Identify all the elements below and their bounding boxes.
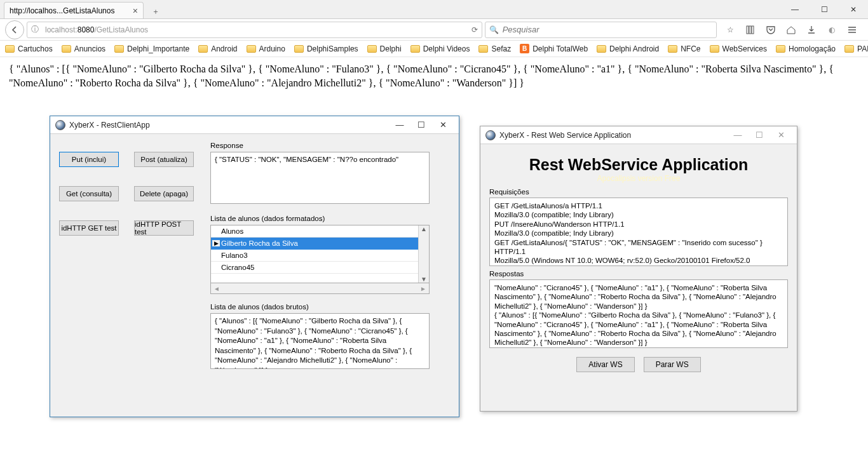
bookmark-label: Delphi_Importante [127, 44, 189, 53]
bookmark-label: PAF-ECF [857, 44, 868, 53]
url-host-prefix: localhost: [45, 25, 78, 34]
maximize-icon[interactable]: ☐ [749, 126, 770, 144]
server-title: XyberX - Rest Web Service Application [499, 131, 723, 140]
get-button[interactable]: Get (consulta) [59, 186, 119, 201]
browser-search-input[interactable] [501, 24, 712, 35]
site-info-icon[interactable]: ⓘ [31, 24, 43, 35]
bookmark-label: Delphi [380, 44, 402, 53]
downloads-icon[interactable] [806, 24, 817, 36]
delete-button[interactable]: Delete (apaga) [134, 186, 194, 201]
bookmark-item[interactable]: BDelphi TotalWeb [520, 44, 588, 53]
scrollbar-vertical[interactable]: ▲▼ [418, 225, 429, 283]
browser-tab[interactable]: http://localhos...GetListaAlunos × [4, 2, 144, 18]
close-icon[interactable]: × [133, 6, 138, 16]
app-icon [485, 130, 496, 140]
minimize-icon[interactable]: — [389, 116, 410, 134]
folder-icon [844, 45, 854, 53]
client-app-window: XyberX - RestClientApp — ☐ ✕ Put (inclui… [50, 116, 459, 417]
grid-header: Alunos [211, 225, 418, 238]
bookmark-item[interactable]: Arduino [247, 44, 285, 53]
reload-icon[interactable]: ⟳ [471, 25, 478, 34]
bookmark-label: Anuncios [74, 44, 105, 53]
close-icon[interactable]: ✕ [770, 126, 792, 144]
response-label: Response [210, 142, 450, 149]
bookmark-star-icon[interactable]: ☆ [724, 24, 736, 36]
minimize-icon[interactable]: — [727, 126, 749, 144]
bookmark-item[interactable]: Cartuchos [5, 44, 53, 53]
bookmark-item[interactable]: Delphi [367, 44, 402, 53]
alunos-grid[interactable]: AlunosGilberto Rocha da SilvaFulano3Cicr… [210, 225, 430, 283]
bookmark-label: Android [211, 44, 237, 53]
url-bar[interactable]: ⓘ localhost:8080/GetListaAlunos ⟳ [27, 22, 482, 38]
client-title: XyberX - RestClientApp [69, 121, 385, 130]
bookmark-item[interactable]: Android [198, 44, 237, 53]
browser-window-controls: — ☐ ✕ [780, 0, 868, 19]
put-button[interactable]: Put (inclui) [59, 152, 119, 167]
bookmark-label: Delphi Android [609, 44, 659, 53]
bookmark-item[interactable]: Anuncios [62, 44, 105, 53]
idhttp-post-button[interactable]: idHTTP POST test [134, 220, 194, 236]
folder-icon [776, 45, 785, 53]
maximize-icon[interactable]: ☐ [810, 0, 839, 19]
library-icon[interactable] [745, 24, 756, 36]
bookmark-label: Homologação [789, 44, 836, 53]
grid-row[interactable]: Cicrano45 [211, 262, 418, 274]
grid-row[interactable]: Gilberto Rocha da Silva [211, 238, 418, 250]
browser-tab-strip: http://localhos...GetListaAlunos × ＋ — ☐… [0, 0, 868, 19]
requests-log[interactable]: GET /GetListaAlunos/a HTTP/1.1 Mozilla/3… [489, 198, 788, 266]
search-icon: 🔍 [489, 25, 499, 34]
bookmark-item[interactable]: Homologação [776, 44, 836, 53]
close-icon[interactable]: ✕ [839, 0, 868, 19]
minimize-icon[interactable]: — [780, 0, 810, 19]
scrollbar-horizontal[interactable]: ◄► [210, 283, 430, 294]
bookmark-item[interactable]: DelphiSamples [294, 44, 358, 53]
back-button[interactable] [5, 20, 24, 39]
responses-label: Respostas [489, 270, 788, 278]
bookmark-item[interactable]: Sefaz [478, 44, 511, 53]
server-subheading: Apocalipsis version Free [489, 174, 788, 183]
bookmark-item[interactable]: PAF-ECF [844, 44, 868, 53]
response-textarea[interactable] [210, 152, 430, 204]
client-titlebar[interactable]: XyberX - RestClientApp — ☐ ✕ [50, 116, 459, 134]
server-app-window: XyberX - Rest Web Service Application — … [480, 126, 797, 412]
bookmark-item[interactable]: Delphi Videos [410, 44, 470, 53]
addon-icon[interactable]: ◐ [826, 24, 837, 36]
formatted-list-label: Lista de alunos (dados formatados) [210, 215, 450, 222]
pocket-icon[interactable] [765, 24, 776, 36]
bookmark-item[interactable]: Delphi_Importante [114, 44, 189, 53]
bookmark-label: Delphi Videos [423, 44, 470, 53]
ativar-ws-button[interactable]: Ativar WS [576, 357, 634, 372]
folder-icon [478, 45, 488, 53]
blogger-icon: B [520, 44, 529, 53]
app-icon [55, 120, 65, 130]
svg-rect-2 [752, 26, 754, 34]
home-icon[interactable] [785, 24, 797, 36]
folder-icon [597, 45, 606, 53]
folder-icon [410, 45, 420, 53]
menu-icon[interactable] [846, 24, 858, 36]
folder-icon [62, 45, 71, 53]
browser-search-box[interactable]: 🔍 [485, 22, 717, 38]
bookmarks-bar: CartuchosAnunciosDelphi_ImportanteAndroi… [0, 41, 868, 57]
bookmark-label: WebServices [722, 44, 767, 53]
close-icon[interactable]: ✕ [432, 116, 454, 134]
responses-log[interactable]: "NomeAluno" : "Cicrano45" }, { "NomeAlun… [489, 279, 788, 348]
bookmark-item[interactable]: NFCe [668, 44, 700, 53]
idhttp-get-button[interactable]: idHTTP GET test [59, 220, 119, 236]
parar-ws-button[interactable]: Parar WS [644, 357, 701, 372]
folder-icon [710, 45, 719, 53]
bookmark-item[interactable]: Delphi Android [597, 44, 659, 53]
requests-label: Requisições [489, 188, 788, 196]
maximize-icon[interactable]: ☐ [410, 116, 432, 134]
raw-list-label: Lista de alunos (dados brutos) [210, 303, 450, 311]
bookmark-item[interactable]: WebServices [710, 44, 767, 53]
raw-textarea[interactable] [210, 313, 430, 369]
post-button[interactable]: Post (atualiza) [134, 152, 194, 167]
folder-icon [294, 45, 304, 53]
folder-icon [114, 45, 124, 53]
server-titlebar[interactable]: XyberX - Rest Web Service Application — … [480, 126, 797, 144]
grid-row[interactable]: Fulano3 [211, 250, 418, 262]
bookmark-label: Arduino [259, 44, 285, 53]
new-tab-button[interactable]: ＋ [147, 4, 164, 18]
bookmark-label: Sefaz [491, 44, 511, 53]
